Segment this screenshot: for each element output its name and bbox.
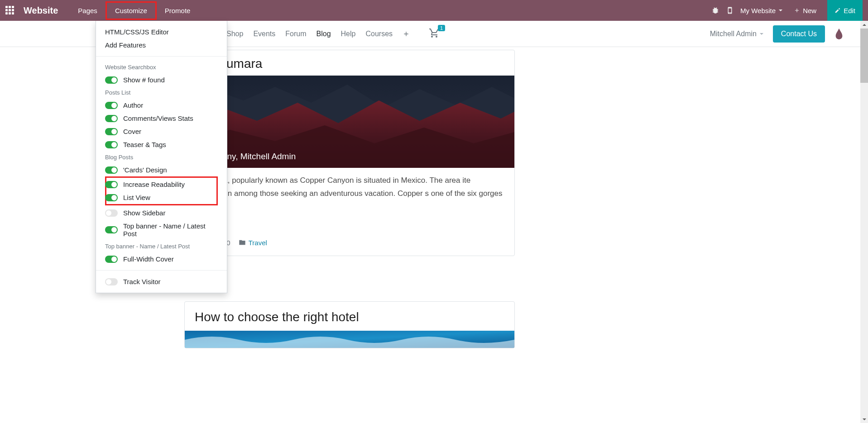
toggle-list-view[interactable]: List View xyxy=(106,191,216,204)
post-meta: 2 0 Travel xyxy=(185,239,514,256)
toggle-cards-design[interactable]: 'Cards' Design xyxy=(96,163,227,176)
toggle-switch xyxy=(105,166,118,174)
toggle-top-banner[interactable]: Top banner - Name / Latest Post xyxy=(96,219,227,240)
toggle-show-found[interactable]: Show # found xyxy=(96,73,227,86)
scroll-down-icon[interactable] xyxy=(860,415,868,423)
toggle-label: Full-Width Cover xyxy=(123,255,174,263)
toggle-switch xyxy=(105,226,118,233)
top-toolbar: Website Pages Customize Promote My Websi… xyxy=(0,0,868,21)
edit-button[interactable]: Edit xyxy=(827,0,863,21)
post-teaser: rahumara, popularly known as Copper Cany… xyxy=(185,168,514,239)
post-title: Tarahumara xyxy=(185,50,514,76)
menu-pages[interactable]: Pages xyxy=(70,1,106,20)
cart-count-badge: 1 xyxy=(438,25,445,31)
cover-image xyxy=(185,331,514,348)
bug-icon[interactable] xyxy=(711,6,719,14)
dp-header-searchbox: Website Searchbox xyxy=(96,61,227,73)
apps-icon[interactable] xyxy=(5,6,14,15)
caret-down-icon xyxy=(759,32,764,36)
my-website-dropdown[interactable]: My Website xyxy=(740,7,783,14)
toggle-label: Comments/Views Stats xyxy=(123,114,193,122)
site-nav: Shop Events Forum Blog Help Courses 1 xyxy=(226,28,440,40)
toggle-label: Show Sidebar xyxy=(123,209,165,217)
top-menu: Pages Customize Promote xyxy=(70,1,198,20)
toggle-label: Increase Readability xyxy=(123,181,185,188)
toggle-show-sidebar[interactable]: Show Sidebar xyxy=(96,206,227,219)
edit-label: Edit xyxy=(844,7,855,14)
customize-dropdown: HTML/CSS/JS Editor Add Features Website … xyxy=(96,21,227,293)
blog-post-card[interactable]: How to choose the right hotel xyxy=(184,301,515,348)
toggle-author[interactable]: Author xyxy=(96,99,227,112)
post-cover: ompany, Mitchell Admin xyxy=(185,76,514,168)
toggle-comments-views[interactable]: Comments/Views Stats xyxy=(96,112,227,125)
toggle-label: Track Visitor xyxy=(123,278,161,285)
toggle-switch xyxy=(105,209,118,217)
pencil-icon xyxy=(834,7,841,14)
toggle-switch xyxy=(105,181,118,188)
scrollbar[interactable] xyxy=(860,21,868,423)
toggle-cover[interactable]: Cover xyxy=(96,125,227,138)
nav-courses[interactable]: Courses xyxy=(365,30,393,38)
toggle-label: List View xyxy=(123,194,150,201)
toggle-track-visitor[interactable]: Track Visitor xyxy=(96,275,227,288)
toggle-label: Top banner - Name / Latest Post xyxy=(123,222,218,238)
toggle-label: Teaser & Tags xyxy=(123,141,166,148)
dp-header-top-banner: Top banner - Name / Latest Post xyxy=(96,240,227,252)
toggle-switch xyxy=(105,141,118,148)
cart-button[interactable]: 1 xyxy=(429,28,440,40)
toggle-switch xyxy=(105,76,118,84)
mobile-icon[interactable] xyxy=(726,6,734,14)
toggle-switch xyxy=(105,102,118,109)
dp-html-editor[interactable]: HTML/CSS/JS Editor xyxy=(96,25,227,38)
nav-help[interactable]: Help xyxy=(341,30,356,38)
new-label: New xyxy=(803,7,816,14)
nav-events[interactable]: Events xyxy=(253,30,275,38)
app-brand[interactable]: Website xyxy=(24,5,58,16)
toggle-label: Show # found xyxy=(123,76,165,84)
toggle-teaser-tags[interactable]: Teaser & Tags xyxy=(96,138,227,151)
highlighted-toggles: Increase Readability List View xyxy=(105,176,218,205)
nav-blog[interactable]: Blog xyxy=(317,30,331,38)
menu-customize[interactable]: Customize xyxy=(106,1,157,20)
toggle-full-width-cover[interactable]: Full-Width Cover xyxy=(96,252,227,266)
dp-add-features[interactable]: Add Features xyxy=(96,38,227,52)
toggle-label: Author xyxy=(123,101,143,109)
caret-down-icon xyxy=(778,8,783,13)
new-button[interactable]: New xyxy=(789,7,821,14)
dp-header-posts-list: Posts List xyxy=(96,86,227,99)
post-category[interactable]: Travel xyxy=(239,239,267,247)
nav-shop[interactable]: Shop xyxy=(226,30,243,38)
category-label: Travel xyxy=(249,239,267,247)
post-title: How to choose the right hotel xyxy=(185,302,514,331)
my-website-label: My Website xyxy=(740,7,776,14)
scroll-thumb[interactable] xyxy=(860,29,868,83)
folder-icon xyxy=(239,239,246,246)
post-cover xyxy=(185,331,514,348)
plus-icon xyxy=(794,7,800,14)
toggle-switch xyxy=(105,256,118,263)
scroll-up-icon[interactable] xyxy=(860,21,868,29)
contact-us-button[interactable]: Contact Us xyxy=(773,25,825,43)
toggle-switch xyxy=(105,194,118,201)
toggle-switch xyxy=(105,278,118,285)
toggle-switch xyxy=(105,115,118,122)
toggle-label: 'Cards' Design xyxy=(123,166,167,174)
blog-post-card[interactable]: Tarahumara ompany, Mitchell Admin xyxy=(184,50,515,256)
nav-add-icon[interactable] xyxy=(403,30,410,38)
drop-icon xyxy=(834,28,844,40)
menu-promote[interactable]: Promote xyxy=(157,1,199,20)
user-dropdown[interactable]: Mitchell Admin xyxy=(710,30,764,38)
dp-header-blog-posts: Blog Posts xyxy=(96,151,227,163)
user-name: Mitchell Admin xyxy=(710,30,757,38)
toggle-label: Cover xyxy=(123,128,141,135)
teaser-text: rahumara, popularly known as Copper Cany… xyxy=(195,176,503,211)
nav-forum[interactable]: Forum xyxy=(285,30,306,38)
toggle-switch xyxy=(105,128,118,135)
toggle-increase-readability[interactable]: Increase Readability xyxy=(106,178,216,191)
